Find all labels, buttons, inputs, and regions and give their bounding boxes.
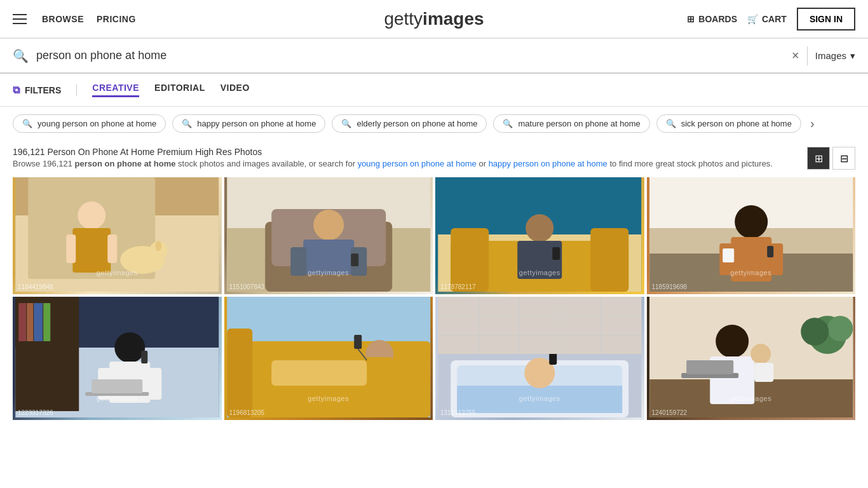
cart-link[interactable]: 🛒 CART <box>747 14 787 24</box>
svg-rect-83 <box>686 360 733 374</box>
tab-creative[interactable]: CREATIVE <box>92 83 139 97</box>
search-type-label: Images <box>815 50 846 61</box>
image-tile-7[interactable]: gettyimages 1240159722 <box>647 297 856 420</box>
svg-rect-48 <box>141 351 147 363</box>
svg-point-78 <box>715 325 749 358</box>
svg-rect-6 <box>107 234 117 263</box>
svg-rect-53 <box>227 329 252 417</box>
boards-link[interactable]: ⊞ BOARDS <box>687 14 737 24</box>
svg-rect-43 <box>43 303 50 341</box>
image-visual-1 <box>224 177 433 292</box>
svg-point-31 <box>735 205 768 238</box>
pill-search-icon: 🔍 <box>22 119 32 128</box>
image-tile-5[interactable]: gettyimages 1196813205 <box>224 297 433 420</box>
image-tile-0[interactable]: gettyimages 1184419848 <box>13 177 222 294</box>
filter-icon: ⧉ <box>13 85 20 96</box>
svg-point-24 <box>526 214 553 242</box>
image-visual-6 <box>435 297 644 417</box>
header-right: ⊞ BOARDS 🛒 CART SIGN IN <box>687 8 855 30</box>
svg-point-14 <box>313 210 344 240</box>
compact-view-button[interactable]: ⊟ <box>832 147 855 170</box>
svg-rect-18 <box>351 254 358 266</box>
svg-rect-41 <box>27 303 33 341</box>
suggestion-pill-3[interactable]: 🔍 mature person on phone at home <box>493 114 649 133</box>
suggestion-label-4: sick person on phone at home <box>681 119 792 128</box>
suggestion-label-3: mature person on phone at home <box>518 119 640 128</box>
search-icon: 🔍 <box>13 48 29 64</box>
svg-rect-22 <box>451 228 489 292</box>
logo[interactable]: gettyimages <box>384 9 484 29</box>
grid-view-button[interactable]: ⊞ <box>807 147 830 170</box>
suggestion-pill-0[interactable]: 🔍 young person on phone at home <box>13 114 166 133</box>
search-type-selector[interactable]: Images ▾ <box>815 50 855 62</box>
image-visual-4 <box>13 297 222 417</box>
svg-rect-32 <box>731 237 771 281</box>
svg-point-77 <box>801 318 829 346</box>
image-id-0: 1184419848 <box>18 283 53 290</box>
suggestion-pill-2[interactable]: 🔍 elderly person on phone at home <box>332 114 487 133</box>
results-description: Browse 196,121 person on phone at home s… <box>13 159 773 168</box>
image-tile-6[interactable]: gettyimages 1311113255 <box>435 297 644 420</box>
svg-rect-62 <box>457 386 622 413</box>
browse-link[interactable]: BROWSE <box>42 14 84 24</box>
hamburger-menu[interactable] <box>13 14 27 24</box>
svg-rect-26 <box>552 247 560 260</box>
header-left: BROWSE PRICING <box>13 14 136 24</box>
image-visual-7 <box>647 297 856 417</box>
view-toggle: ⊞ ⊟ <box>807 147 855 170</box>
svg-rect-81 <box>754 363 773 382</box>
image-id-3: 1185919698 <box>652 283 688 290</box>
search-bar: 🔍 × Images ▾ <box>0 38 868 74</box>
results-info: 196,121 Person On Phone At Home Premium … <box>13 147 773 168</box>
cart-label: CART <box>762 14 787 24</box>
image-tile-4[interactable]: gettyimages 1223317326 <box>13 297 222 420</box>
image-visual-2 <box>435 177 644 292</box>
search-input[interactable] <box>36 49 792 62</box>
search-clear-button[interactable]: × <box>792 48 799 63</box>
svg-rect-56 <box>271 360 367 386</box>
pill-search-icon: 🔍 <box>182 119 192 128</box>
svg-rect-15 <box>303 240 354 274</box>
svg-rect-47 <box>149 368 161 400</box>
svg-rect-65 <box>438 297 641 354</box>
pricing-link[interactable]: PRICING <box>97 14 136 24</box>
image-visual-5 <box>224 297 433 417</box>
boards-icon: ⊞ <box>687 14 695 24</box>
results-link-1[interactable]: young person on phone at home <box>358 159 477 168</box>
svg-point-76 <box>827 316 853 341</box>
filters-button[interactable]: ⧉ FILTERS <box>13 85 77 96</box>
logo-light: getty <box>384 9 423 29</box>
image-tile-2[interactable]: gettyimages 1178782117 <box>435 177 644 294</box>
results-link-2[interactable]: happy person on phone at home <box>489 159 607 168</box>
image-tile-1[interactable]: gettyimages 1151007843 <box>224 177 433 294</box>
tab-video[interactable]: VIDEO <box>220 83 250 97</box>
header-nav: BROWSE PRICING <box>42 14 136 24</box>
image-id-6: 1311113255 <box>440 409 476 416</box>
svg-rect-50 <box>92 379 142 393</box>
svg-rect-16 <box>290 247 306 276</box>
sign-in-button[interactable]: SIGN IN <box>797 8 855 30</box>
header: BROWSE PRICING gettyimages ⊞ BOARDS 🛒 CA… <box>0 0 868 38</box>
svg-rect-36 <box>722 248 734 262</box>
svg-rect-23 <box>590 228 628 292</box>
suggestion-label-0: young person on phone at home <box>37 119 156 128</box>
results-header: 196,121 Person On Phone At Home Premium … <box>0 140 868 172</box>
image-id-4: 1223317326 <box>18 409 53 416</box>
image-visual-0 <box>13 177 222 292</box>
svg-point-44 <box>114 332 145 363</box>
suggestion-label-1: happy person on phone at home <box>197 119 316 128</box>
suggestions-next-arrow[interactable]: › <box>810 116 815 131</box>
filters-bar: ⧉ FILTERS CREATIVE EDITORIAL VIDEO <box>0 74 868 107</box>
tab-editorial[interactable]: EDITORIAL <box>154 83 205 97</box>
chevron-down-icon: ▾ <box>850 50 855 62</box>
svg-rect-40 <box>18 303 26 341</box>
image-id-1: 1151007843 <box>229 283 265 290</box>
results-count: 196,121 Person On Phone At Home Premium … <box>13 147 773 157</box>
suggestion-pill-4[interactable]: 🔍 sick person on phone at home <box>656 114 801 133</box>
search-divider <box>807 46 808 65</box>
suggestion-pill-1[interactable]: 🔍 happy person on phone at home <box>172 114 325 133</box>
pill-search-icon: 🔍 <box>666 119 676 128</box>
image-id-5: 1196813205 <box>229 409 265 416</box>
cart-icon: 🛒 <box>747 14 758 24</box>
image-tile-3[interactable]: gettyimages 1185919698 <box>647 177 856 294</box>
